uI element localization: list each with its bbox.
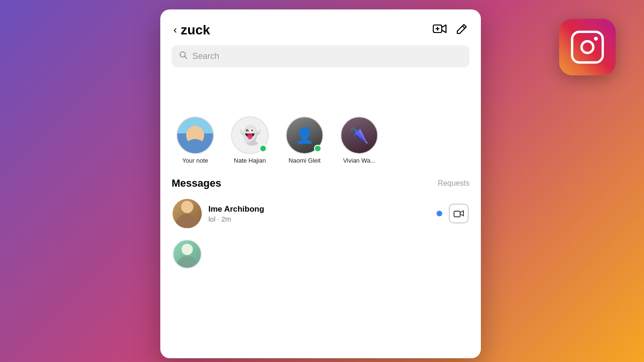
- message-item-partial[interactable]: [166, 234, 475, 274]
- message-avatar-partial: [173, 239, 202, 269]
- message-name-ime: Ime Archibong: [208, 205, 430, 214]
- search-icon: [179, 51, 188, 62]
- header-icons: [433, 23, 468, 37]
- message-list: Ime Archibong lol · 2m: [160, 193, 481, 274]
- note-item-vivian[interactable]: 🌂 Vivian Wa...: [336, 116, 383, 164]
- instagram-circle: [580, 40, 594, 54]
- header-left: ‹ zuck: [173, 23, 210, 38]
- search-bar[interactable]: Search: [172, 45, 470, 67]
- message-avatar-ime: [173, 199, 202, 228]
- compose-icon[interactable]: [455, 23, 468, 37]
- svg-rect-6: [454, 211, 460, 217]
- online-indicator-nate: [259, 145, 267, 152]
- note-label-nate: Nate Hajian: [234, 157, 266, 164]
- note-avatar-zuck: [176, 116, 214, 154]
- note-label-naomi: Naomi Gleit: [289, 157, 321, 164]
- note-item-nate[interactable]: 👻 Nate Hajian: [226, 116, 273, 164]
- note-item-naomi[interactable]: Who is going to be in SF this weekend? 👀…: [281, 116, 328, 164]
- note-label-vivian: Vivian Wa...: [343, 157, 376, 164]
- note-avatar-vivian: 🌂: [340, 116, 378, 154]
- username-label: zuck: [181, 23, 210, 38]
- message-item-ime[interactable]: Ime Archibong lol · 2m: [166, 193, 475, 234]
- messages-title: Messages: [172, 177, 221, 189]
- camera-button[interactable]: [449, 204, 469, 223]
- section-header: Messages Requests: [160, 172, 481, 193]
- svg-line-3: [462, 26, 465, 28]
- message-info-ime: Ime Archibong lol · 2m: [208, 205, 430, 223]
- note-item-your-note[interactable]: 🎵 ♫ Flowers Miley Cyrus Music in Notes 🎵: [172, 116, 219, 164]
- message-actions-ime: [437, 204, 469, 223]
- search-placeholder: Search: [192, 51, 219, 61]
- message-preview-ime: lol · 2m: [208, 215, 430, 223]
- online-indicator-naomi: [314, 145, 322, 152]
- svg-line-5: [185, 57, 187, 59]
- instagram-app-icon: [559, 19, 616, 75]
- requests-link[interactable]: Requests: [438, 179, 470, 188]
- notes-row: 🎵 ♫ Flowers Miley Cyrus Music in Notes 🎵: [160, 113, 481, 170]
- unread-indicator: [437, 211, 442, 216]
- back-button[interactable]: ‹: [173, 24, 177, 36]
- instagram-logo: [571, 31, 604, 64]
- note-label-your-note: Your note: [182, 157, 208, 164]
- header: ‹ zuck: [160, 9, 481, 45]
- instagram-dot: [594, 37, 598, 41]
- new-room-icon[interactable]: [433, 23, 447, 37]
- phone-panel: ‹ zuck: [160, 9, 481, 358]
